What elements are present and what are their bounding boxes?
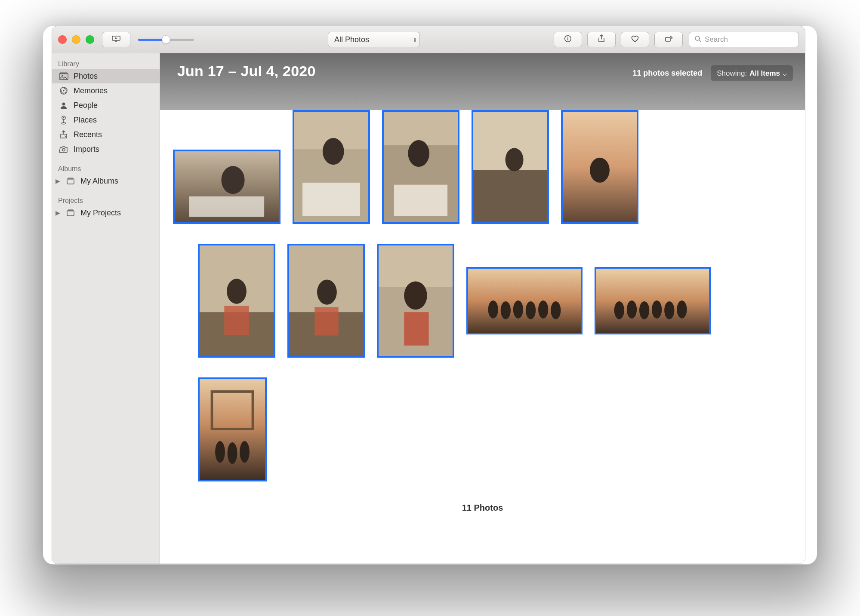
- sidebar-item-label: People: [74, 101, 98, 110]
- window-controls: [58, 35, 94, 44]
- sidebar-item-label: Photos: [74, 72, 98, 81]
- project-stack-icon: [66, 208, 75, 218]
- svg-point-57: [639, 301, 649, 319]
- photo-thumbnail[interactable]: [173, 150, 281, 224]
- svg-rect-29: [394, 185, 447, 216]
- svg-point-2: [567, 37, 568, 38]
- sidebar-item-my-albums[interactable]: ▶ My Albums: [52, 174, 160, 188]
- favorite-button[interactable]: [621, 32, 649, 47]
- svg-rect-3: [567, 38, 568, 40]
- svg-point-51: [526, 301, 536, 319]
- slideshow-button[interactable]: [102, 32, 130, 47]
- svg-point-58: [652, 300, 662, 319]
- svg-point-28: [408, 140, 429, 167]
- sidebar-item-label: Imports: [74, 145, 99, 154]
- sidebar-section-albums: Albums: [52, 162, 160, 174]
- svg-point-10: [62, 103, 65, 106]
- rotate-icon: [664, 35, 673, 44]
- minimize-window-button[interactable]: [72, 35, 80, 44]
- album-stack-icon: [66, 176, 75, 186]
- chevron-down-icon: ⌵: [783, 69, 787, 78]
- info-button[interactable]: [554, 32, 582, 47]
- svg-rect-47: [468, 269, 581, 333]
- photo-thumbnail[interactable]: [198, 377, 267, 481]
- toolbar: All Photos ▴▾: [52, 26, 805, 53]
- svg-point-50: [513, 300, 523, 319]
- memories-icon: [59, 86, 68, 95]
- sidebar-item-recents[interactable]: Recents: [52, 127, 160, 142]
- search-placeholder: Search: [705, 35, 728, 44]
- sidebar-item-imports[interactable]: Imports: [52, 142, 160, 156]
- share-icon: [598, 34, 605, 45]
- photo-thumbnail[interactable]: [287, 244, 365, 358]
- sidebar-item-label: Recents: [74, 130, 102, 139]
- sidebar-item-people[interactable]: People: [52, 98, 160, 113]
- photos-icon: [59, 71, 68, 81]
- photo-thumbnail[interactable]: [472, 110, 549, 224]
- slideshow-icon: [112, 35, 120, 44]
- svg-rect-54: [596, 269, 709, 333]
- svg-point-55: [614, 301, 624, 319]
- svg-point-41: [317, 280, 337, 305]
- showing-label: Showing:: [717, 69, 747, 78]
- sidebar-item-label: Places: [74, 116, 97, 125]
- places-icon: [59, 115, 68, 125]
- share-button[interactable]: [587, 32, 616, 47]
- photo-grid: [173, 110, 792, 492]
- svg-rect-31: [473, 170, 547, 222]
- svg-point-49: [501, 301, 511, 319]
- sidebar-section-library: Library: [52, 58, 160, 69]
- imports-icon: [59, 144, 68, 154]
- fullscreen-window-button[interactable]: [86, 35, 94, 44]
- photo-thumbnail[interactable]: [382, 110, 459, 224]
- photo-thumbnail[interactable]: [198, 244, 275, 358]
- search-field[interactable]: Search: [689, 32, 799, 47]
- info-icon: [564, 35, 572, 44]
- showing-filter-button[interactable]: Showing: All Items ⌵: [711, 65, 793, 81]
- sidebar-item-my-projects[interactable]: ▶ My Projects: [52, 205, 160, 220]
- sidebar-section-projects: Projects: [52, 194, 160, 205]
- photo-thumbnail[interactable]: [293, 110, 370, 224]
- svg-point-32: [506, 148, 524, 171]
- disclosure-triangle-icon[interactable]: ▶: [55, 178, 61, 184]
- sidebar-item-places[interactable]: Places: [52, 113, 160, 127]
- svg-point-37: [227, 279, 247, 304]
- close-window-button[interactable]: [58, 35, 67, 44]
- recents-icon: [59, 130, 68, 139]
- sidebar-item-label: Memories: [74, 86, 108, 95]
- toolbar-action-cluster: [554, 32, 683, 47]
- photo-thumbnail[interactable]: [595, 267, 711, 334]
- svg-point-8: [62, 75, 63, 77]
- sidebar-item-label: My Albums: [80, 177, 118, 186]
- photo-grid-scroll[interactable]: 11 Photos: [160, 110, 805, 564]
- photo-thumbnail[interactable]: [561, 110, 638, 224]
- date-range-title: Jun 17 – Jul 4, 2020: [177, 63, 316, 80]
- body: Library Photos Memories: [52, 53, 805, 564]
- svg-rect-42: [314, 307, 338, 336]
- sidebar-item-photos[interactable]: Photos: [52, 69, 160, 83]
- svg-point-34: [590, 158, 610, 183]
- svg-point-13: [62, 123, 66, 124]
- svg-point-56: [627, 300, 637, 319]
- photos-app-window: { "toolbar": { "view_mode_label": "All P…: [52, 26, 805, 564]
- svg-point-63: [215, 441, 225, 463]
- svg-point-14: [62, 149, 65, 151]
- sidebar-item-memories[interactable]: Memories: [52, 83, 160, 98]
- sidebar-item-label: My Projects: [80, 208, 121, 218]
- svg-point-65: [240, 441, 250, 463]
- heart-icon: [631, 35, 639, 44]
- svg-point-60: [677, 300, 687, 319]
- showing-value: All Items: [749, 69, 780, 78]
- photo-thumbnail[interactable]: [377, 244, 454, 358]
- zoom-slider[interactable]: [138, 39, 194, 41]
- disclosure-triangle-icon[interactable]: ▶: [55, 209, 61, 216]
- photo-thumbnail[interactable]: [466, 267, 583, 334]
- svg-point-59: [664, 301, 674, 319]
- svg-point-12: [63, 117, 65, 119]
- photo-count: 11 Photos: [173, 492, 792, 517]
- rotate-button[interactable]: [654, 32, 683, 47]
- search-icon: [694, 35, 701, 44]
- svg-point-45: [404, 281, 427, 310]
- view-mode-popup[interactable]: All Photos ▴▾: [328, 32, 420, 47]
- selection-count: 11 photos selected: [632, 69, 702, 78]
